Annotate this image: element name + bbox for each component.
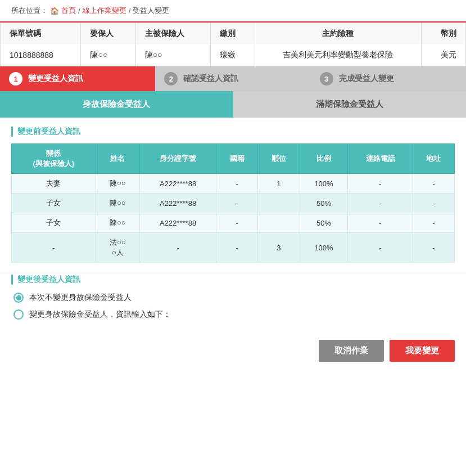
table-cell-1-name: 陳○○ bbox=[96, 194, 140, 213]
tab-death-benefit[interactable]: 身故保險金受益人 bbox=[0, 91, 233, 118]
step-2-label: 確認受益人資訊 bbox=[183, 74, 238, 84]
table-cell-1-id: A222****88 bbox=[140, 194, 216, 213]
breadcrumb-home[interactable]: 首頁 bbox=[61, 6, 76, 16]
tabs: 身故保險金受益人 滿期保險金受益人 bbox=[0, 91, 466, 118]
after-section-title: 變更後受益人資訊 bbox=[11, 275, 455, 285]
table-cell-2-phone: - bbox=[348, 213, 413, 233]
breadcrumb-level1[interactable]: 線上作業變更 bbox=[83, 6, 126, 16]
table-cell-0-nationality: - bbox=[216, 174, 258, 194]
table-cell-0-phone: - bbox=[348, 174, 413, 194]
breadcrumb-sep1: / bbox=[78, 7, 80, 15]
table-cell-1-relation: 子女 bbox=[12, 194, 96, 213]
policy-applicant: 陳○○ bbox=[81, 44, 135, 66]
table-cell-3-order: 3 bbox=[258, 233, 300, 263]
table-cell-0-relation: 夫妻 bbox=[12, 174, 96, 194]
home-icon: 🏠 bbox=[50, 7, 59, 15]
radio-option-0[interactable]: 本次不變更身故保險金受益人 bbox=[13, 293, 455, 303]
table-cell-2-name: 陳○○ bbox=[96, 213, 140, 233]
table-cell-2-order bbox=[258, 213, 300, 233]
policy-insured: 陳○○ bbox=[135, 44, 210, 66]
table-cell-0-order: 1 bbox=[258, 174, 300, 194]
table-cell-0-ratio: 100% bbox=[300, 174, 348, 194]
radio-option-1[interactable]: 變更身故保險金受益人，資訊輸入如下： bbox=[13, 309, 455, 320]
table-cell-1-phone: - bbox=[348, 194, 413, 213]
table-cell-3-nationality: - bbox=[216, 233, 258, 263]
table-cell-0-id: A222****88 bbox=[140, 174, 216, 194]
col-header-relation: 關係 (與被保險人) bbox=[12, 144, 96, 174]
table-cell-2-ratio: 50% bbox=[300, 213, 348, 233]
breadcrumb-sep2: / bbox=[129, 7, 131, 15]
table-cell-3-ratio: 100% bbox=[300, 233, 348, 263]
policy-currency: 美元 bbox=[422, 44, 466, 66]
table-cell-3-address: - bbox=[413, 233, 454, 263]
policy-payment: 蠔繳 bbox=[210, 44, 255, 66]
step-3-label: 完成受益人變更 bbox=[339, 74, 394, 84]
steps-bar: 1 變更受益人資訊 2 確認受益人資訊 3 完成受益人變更 bbox=[0, 66, 466, 91]
policy-table-header-0: 保單號碼 bbox=[1, 23, 81, 45]
table-cell-2-id: A222****88 bbox=[140, 213, 216, 233]
col-header-phone: 連絡電話 bbox=[348, 144, 413, 174]
radio-group: 本次不變更身故保險金受益人 變更身故保險金受益人，資訊輸入如下： bbox=[11, 293, 455, 320]
tab-maturity-benefit[interactable]: 滿期保險金受益人 bbox=[233, 91, 467, 118]
before-section-title: 變更前受益人資訊 bbox=[11, 127, 455, 137]
policy-table-header-4: 主約險種 bbox=[255, 23, 421, 45]
footer-buttons: 取消作業 我要變更 bbox=[0, 329, 466, 373]
policy-plan: 吉美利美元利率變動型養老保險 bbox=[255, 44, 421, 66]
radio-circle-0 bbox=[13, 293, 24, 303]
confirm-button[interactable]: 我要變更 bbox=[390, 340, 455, 362]
col-header-order: 順位 bbox=[258, 144, 300, 174]
before-data-table: 關係 (與被保險人) 姓名 身分證字號 國籍 順位 比例 連絡電話 地址 夫妻陳… bbox=[11, 143, 455, 263]
table-cell-1-address: - bbox=[413, 194, 454, 213]
policy-table-header-1: 要保人 bbox=[81, 23, 135, 45]
table-cell-1-nationality: - bbox=[216, 194, 258, 213]
table-cell-3-phone: - bbox=[348, 233, 413, 263]
table-cell-1-order bbox=[258, 194, 300, 213]
col-header-ratio: 比例 bbox=[300, 144, 348, 174]
step-3-num: 3 bbox=[320, 72, 333, 86]
policy-table: 保單號碼 要保人 主被保險人 繳別 主約險種 幣別 1018888888 陳○○… bbox=[0, 23, 466, 66]
breadcrumb-level2: 受益人變更 bbox=[133, 6, 169, 16]
radio-circle-1 bbox=[13, 309, 24, 320]
policy-table-header-2: 主被保險人 bbox=[135, 23, 210, 45]
breadcrumb-prefix: 所在位置： bbox=[11, 6, 48, 16]
policy-table-header-5: 幣別 bbox=[422, 23, 466, 45]
step-3: 3 完成受益人變更 bbox=[311, 66, 466, 91]
radio-label-1: 變更身故保險金受益人，資訊輸入如下： bbox=[29, 309, 171, 320]
table-cell-3-relation: - bbox=[12, 233, 96, 263]
policy-table-header-3: 繳別 bbox=[210, 23, 255, 45]
table-cell-2-address: - bbox=[413, 213, 454, 233]
table-cell-0-address: - bbox=[413, 174, 454, 194]
step-1-num: 1 bbox=[9, 72, 22, 86]
after-section: 變更後受益人資訊 本次不變更身故保險金受益人 變更身故保險金受益人，資訊輸入如下… bbox=[0, 272, 466, 329]
breadcrumb: 所在位置： 🏠 首頁 / 線上作業變更 / 受益人變更 bbox=[0, 0, 466, 23]
table-cell-2-relation: 子女 bbox=[12, 213, 96, 233]
table-cell-1-ratio: 50% bbox=[300, 194, 348, 213]
table-cell-0-name: 陳○○ bbox=[96, 174, 140, 194]
col-header-nationality: 國籍 bbox=[216, 144, 258, 174]
step-2: 2 確認受益人資訊 bbox=[155, 66, 310, 91]
table-cell-3-name: 法○○ ○人 bbox=[96, 233, 140, 263]
col-header-name: 姓名 bbox=[96, 144, 140, 174]
step-1: 1 變更受益人資訊 bbox=[0, 66, 155, 91]
step-2-num: 2 bbox=[164, 72, 178, 86]
before-section: 變更前受益人資訊 關係 (與被保險人) 姓名 身分證字號 國籍 順位 比例 連絡… bbox=[0, 118, 466, 272]
step-1-label: 變更受益人資訊 bbox=[28, 74, 83, 84]
col-header-address: 地址 bbox=[413, 144, 454, 174]
policy-no: 1018888888 bbox=[1, 44, 81, 66]
cancel-button[interactable]: 取消作業 bbox=[319, 340, 384, 362]
radio-label-0: 本次不變更身故保險金受益人 bbox=[29, 293, 132, 303]
col-header-id: 身分證字號 bbox=[140, 144, 216, 174]
table-cell-2-nationality: - bbox=[216, 213, 258, 233]
table-cell-3-id: - bbox=[140, 233, 216, 263]
